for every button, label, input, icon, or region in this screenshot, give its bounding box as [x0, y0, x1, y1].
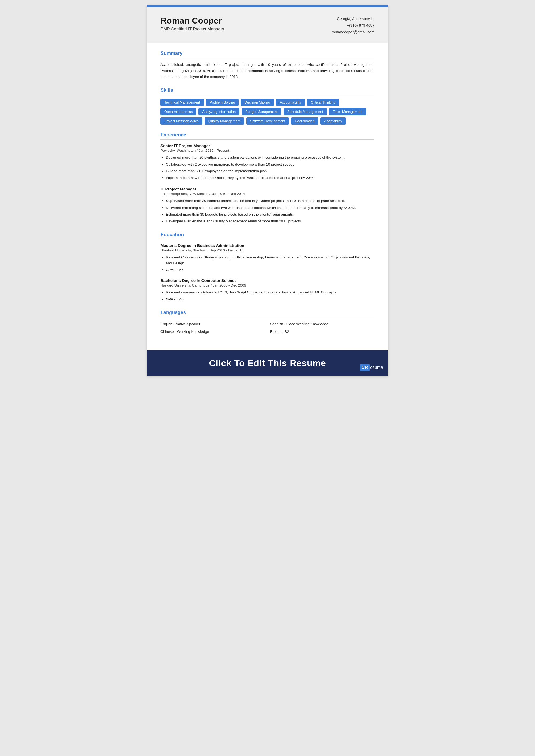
languages-title: Languages — [160, 310, 375, 315]
edu-bullets: Relevant coursework:- Advanced CSS, Java… — [160, 290, 375, 302]
exp-bullet: Collaborated with 2 executive managers t… — [166, 162, 375, 167]
edu-bullet: Relevant coursework:- Advanced CSS, Java… — [166, 290, 375, 295]
education-divider — [160, 239, 375, 239]
experience-container: Senior IT Project ManagerPaylocity, Wash… — [160, 143, 375, 224]
skill-tag: Decision Making — [241, 99, 274, 106]
candidate-title: PMP Certified IT Project Manager — [160, 27, 224, 32]
resume-page: Roman Cooper PMP Certified IT Project Ma… — [147, 5, 388, 376]
skills-section: Skills Technical ManagementProblem Solvi… — [160, 88, 375, 125]
edu-bullet: GPA:- 3.56 — [166, 267, 375, 273]
exp-bullets: Supervised more than 20 external technic… — [160, 198, 375, 224]
experience-item: Senior IT Project ManagerPaylocity, Wash… — [160, 143, 375, 181]
skills-container: Technical ManagementProblem SolvingDecis… — [160, 99, 375, 125]
exp-bullets: Designed more than 20 synthesis and syst… — [160, 154, 375, 181]
candidate-name: Roman Cooper — [160, 15, 224, 26]
skill-tag: Software Development — [246, 118, 289, 125]
exp-company: Paylocity, Washington / Jan 2015 - Prese… — [160, 149, 375, 153]
edu-bullets: Relavent Coursework:- Strategic planning… — [160, 254, 375, 273]
skill-tag: Adaptability — [321, 118, 346, 125]
header-section: Roman Cooper PMP Certified IT Project Ma… — [147, 8, 388, 42]
skill-tag: Budget Management — [241, 108, 281, 115]
edu-degree: Master's Degree In Business Administrati… — [160, 243, 375, 248]
exp-job-title: Senior IT Project Manager — [160, 143, 375, 148]
contact-phone: +(310) 879 4687 — [332, 22, 375, 29]
language-item: Chinese - Working Knowledge — [160, 328, 265, 335]
exp-bullet: Developed Risk Analysis and Quality Mana… — [166, 218, 375, 224]
contact-email: romancooper@gmail.com — [332, 29, 375, 36]
education-container: Master's Degree In Business Administrati… — [160, 243, 375, 302]
skills-title: Skills — [160, 88, 375, 93]
edu-degree: Bachelor's Degree In Computer Science — [160, 278, 375, 283]
skill-tag: Coordination — [291, 118, 318, 125]
skill-tag: Technical Management — [160, 99, 204, 106]
language-item: English - Native Speaker — [160, 321, 265, 327]
education-item: Bachelor's Degree In Computer ScienceHar… — [160, 278, 375, 302]
skill-tag: Problem Solving — [206, 99, 239, 106]
languages-section: Languages English - Native SpeakerSpanis… — [160, 310, 375, 335]
edu-bullet: Relavent Coursework:- Strategic planning… — [166, 254, 375, 266]
skill-tag: Analyzing Information — [199, 108, 239, 115]
skill-tag: Accountability — [276, 99, 305, 106]
contact-location: Georgia, Andersonville — [332, 15, 375, 22]
education-title: Education — [160, 232, 375, 238]
summary-divider — [160, 58, 375, 58]
header-left: Roman Cooper PMP Certified IT Project Ma… — [160, 15, 224, 32]
experience-section: Experience Senior IT Project ManagerPayl… — [160, 132, 375, 224]
summary-title: Summary — [160, 50, 375, 56]
exp-bullet: Guided more than 50 IT employees on the … — [166, 168, 375, 174]
skill-tag: Schedule Management — [284, 108, 327, 115]
footer-cta[interactable]: Click To Edit This Resume — [209, 358, 326, 368]
skill-tag: Open-mindedness — [160, 108, 196, 115]
exp-bullet: Estimated more than 30 budgets for proje… — [166, 211, 375, 217]
main-content: Summary Accomplished, energetic, and exp… — [147, 42, 388, 348]
logo-text: esuma — [370, 365, 383, 370]
corner-logo: CR esuma — [360, 364, 383, 371]
summary-text: Accomplished, energetic, and expert IT p… — [160, 62, 375, 80]
exp-bullet: Delivered marketing solutions and two we… — [166, 205, 375, 211]
exp-company: Fast Enterprises, New Mexico / Jan 2010 … — [160, 192, 375, 196]
experience-item: IT Project ManagerFast Enterprises, New … — [160, 187, 375, 224]
experience-divider — [160, 139, 375, 140]
education-section: Education Master's Degree In Business Ad… — [160, 232, 375, 302]
language-item: Spanish - Good Working Knowledge — [270, 321, 375, 327]
footer-section[interactable]: Click To Edit This Resume CR esuma — [147, 350, 388, 376]
education-item: Master's Degree In Business Administrati… — [160, 243, 375, 273]
header-contact: Georgia, Andersonville +(310) 879 4687 r… — [332, 15, 375, 36]
language-item: French - B2 — [270, 328, 375, 335]
skill-tag: Project Methodologies — [160, 118, 203, 125]
languages-divider — [160, 317, 375, 317]
languages-grid: English - Native SpeakerSpanish - Good W… — [160, 321, 375, 335]
edu-school: Stanford University, Stanford / Sep 2010… — [160, 248, 375, 252]
skill-tag: Critical Thinking — [307, 99, 339, 106]
skills-divider — [160, 95, 375, 95]
top-accent-bar — [147, 5, 388, 8]
exp-job-title: IT Project Manager — [160, 187, 375, 191]
exp-bullet: Implemented a new Electronic Order Entry… — [166, 175, 375, 181]
skill-tag: Team Management — [329, 108, 366, 115]
exp-bullet: Supervised more than 20 external technic… — [166, 198, 375, 204]
logo-icon: CR — [360, 364, 370, 371]
exp-bullet: Designed more than 20 synthesis and syst… — [166, 154, 375, 160]
experience-title: Experience — [160, 132, 375, 138]
edu-school: Harvard University, Cambridge / Jan 2005… — [160, 283, 375, 287]
edu-bullet: GPA:- 3.40 — [166, 296, 375, 302]
skill-tag: Quality Management — [205, 118, 244, 125]
summary-section: Summary Accomplished, energetic, and exp… — [160, 50, 375, 80]
